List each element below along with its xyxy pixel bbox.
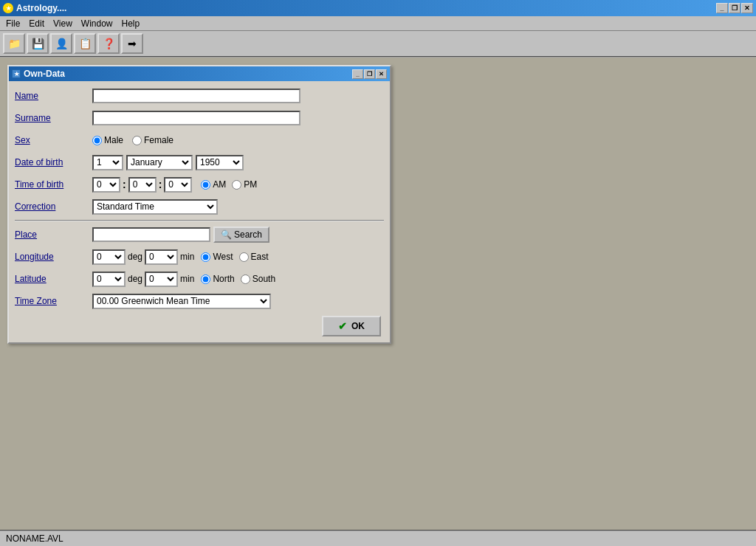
timezone-label: Time Zone [15,296,92,306]
title-controls: _ ❒ ✕ [716,3,753,13]
ampm-group: AM PM [201,179,257,190]
app-icon: ★ [3,3,13,13]
tob-label: Time of birth [15,179,92,190]
long-deg-label: deg [128,252,142,262]
menu-view[interactable]: View [49,17,77,30]
am-radio[interactable] [201,180,210,190]
menu-help[interactable]: Help [117,17,145,30]
divider [15,220,384,221]
close-button[interactable]: ✕ [741,3,753,13]
surname-row: Surname [15,109,384,127]
correction-select[interactable]: Standard Time Daylight Saving Double Sum… [92,199,218,215]
dialog-title-text: Own-Data [24,69,65,79]
name-row: Name [15,87,384,105]
dob-day-select[interactable]: 12345 678910 1112131415 1617181920 21222… [92,155,123,170]
lat-north-label[interactable]: North [201,274,234,284]
sex-label: Sex [15,135,92,145]
long-east-label[interactable]: East [239,252,269,262]
lat-north-text: North [213,274,234,284]
long-min-label: min [180,252,194,262]
place-label: Place [15,229,92,240]
sex-group: Male Female [92,135,384,145]
place-input[interactable] [92,227,210,242]
long-east-radio[interactable] [239,252,249,262]
ok-button[interactable]: ✔ OK [322,316,381,336]
am-label[interactable]: AM [201,179,226,190]
timezone-select[interactable]: 00.00 Greenwich Mean Time 01.00 Central … [92,294,271,309]
dob-label: Date of birth [15,157,92,167]
sex-row: Sex Male Female [15,131,384,149]
pm-text: PM [244,179,257,190]
dialog-minimize[interactable]: _ [352,69,363,79]
time-sep-1: : [123,179,126,190]
search-button[interactable]: 🔍 Search [213,227,269,243]
person-button[interactable]: 👤 [50,33,72,54]
ok-label: OK [351,321,365,331]
lat-min-label: min [180,274,194,284]
longitude-label: Longitude [15,252,92,262]
status-text: NONAME.AVL [6,533,63,544]
surname-input[interactable] [92,111,300,125]
dob-year-select[interactable]: 1950194019301920 1910190019601970 198019… [196,155,244,170]
place-fields: 🔍 Search [92,227,384,243]
latitude-label: Latitude [15,274,92,284]
am-text: AM [213,179,226,190]
lat-south-radio[interactable] [241,274,250,284]
minimize-button[interactable]: _ [716,3,728,13]
dialog-close[interactable]: ✕ [376,69,387,79]
exit-icon: ➡ [128,38,137,49]
latitude-dir-group: North South [201,274,275,284]
tob-min-select[interactable]: 05101520 2530354045 5055 [128,177,157,193]
dialog-content: Name Surname Sex Male [9,81,390,342]
long-min-select[interactable]: 0 [145,249,178,265]
lat-north-radio[interactable] [201,274,210,284]
sex-male-radio[interactable] [92,136,102,145]
menu-file[interactable]: File [1,17,24,30]
save-button[interactable]: 💾 [27,33,49,54]
open-button[interactable]: 📁 [3,33,25,54]
sex-male-label[interactable]: Male [92,135,123,145]
menu-edit[interactable]: Edit [24,17,49,30]
ok-checkmark-icon: ✔ [338,320,347,332]
help-button[interactable]: ❓ [97,33,120,54]
sex-female-text: Female [144,135,173,145]
toolbar: 📁 💾 👤 📋 ❓ ➡ [0,31,756,58]
pm-radio[interactable] [232,180,241,190]
dialog-icon: ★ [12,69,21,78]
dialog-restore[interactable]: ❒ [364,69,375,79]
name-label: Name [15,91,92,101]
exit-button[interactable]: ➡ [121,33,143,54]
sex-female-radio[interactable] [132,136,142,145]
long-west-radio[interactable] [201,252,210,262]
sex-male-text: Male [104,135,123,145]
main-area: ★ Own-Data _ ❒ ✕ Name Surname [0,58,756,530]
latitude-row: Latitude 0 deg 0 min North [15,270,384,288]
correction-label: Correction [15,201,92,212]
name-input[interactable] [92,89,300,103]
time-sep-2: : [159,179,162,190]
restore-button[interactable]: ❒ [729,3,740,13]
search-icon: 🔍 [221,229,232,240]
menu-window[interactable]: Window [77,17,117,30]
time-row: 01234 56789 101112 : 05101520 2530354045… [92,177,384,193]
lat-deg-select[interactable]: 0 [92,272,126,287]
place-row: Place 🔍 Search [15,226,384,243]
app-title: Astrology.... [16,3,66,13]
title-bar: ★ Astrology.... _ ❒ ✕ [0,0,756,16]
pm-label[interactable]: PM [232,179,257,190]
long-east-text: East [251,252,269,262]
dob-month-select[interactable]: JanuaryFebruaryMarchApril MayJuneJulyAug… [126,155,193,170]
sex-female-label[interactable]: Female [132,135,173,145]
lat-deg-label: deg [128,274,142,284]
tob-sec-select[interactable]: 05101520 2530354045 5055 [164,177,192,193]
lat-min-select[interactable]: 0 [145,272,178,287]
tob-hour-select[interactable]: 01234 56789 101112 [92,177,120,193]
status-bar: NONAME.AVL [0,530,756,546]
lat-south-label[interactable]: South [241,274,275,284]
own-data-dialog: ★ Own-Data _ ❒ ✕ Name Surname [7,65,391,344]
save-icon: 💾 [32,38,44,49]
long-west-label[interactable]: West [201,252,233,262]
long-deg-select[interactable]: 0 [92,249,126,265]
tob-row: Time of birth 01234 56789 101112 : 05101… [15,176,384,193]
copy-button[interactable]: 📋 [74,33,96,54]
